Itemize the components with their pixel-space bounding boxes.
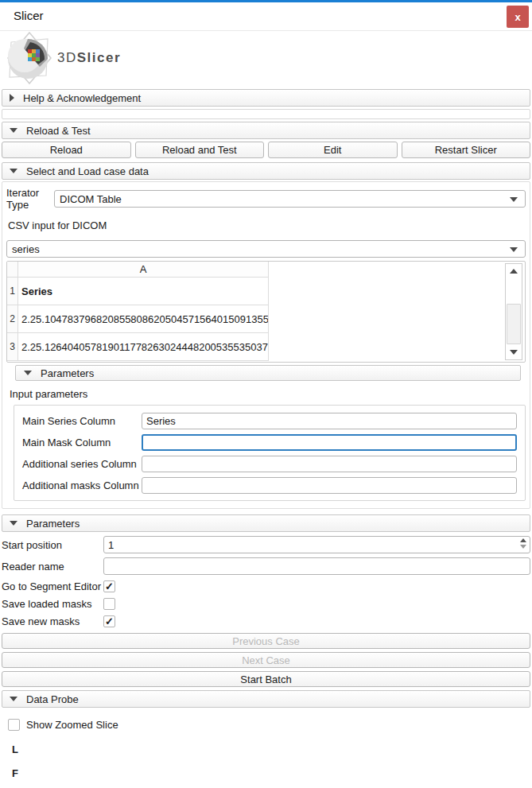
start-position-row: Start position (2, 536, 530, 553)
section-data-probe[interactable]: Data Probe (2, 690, 530, 708)
additional-masks-column-label: Additional masks Column (22, 479, 142, 491)
section-label: Parameters (26, 518, 80, 530)
scroll-up-button[interactable] (506, 264, 522, 278)
logo-3d: 3D (57, 50, 77, 65)
additional-series-column-input[interactable] (142, 456, 517, 472)
orientation-label-f: F (12, 767, 532, 785)
title-bar: Slicer x (0, 2, 532, 31)
save-new-masks-checkbox[interactable]: ✓ (103, 615, 115, 627)
input-parameters-label: Input parameters (10, 388, 526, 400)
row-number[interactable]: 1 (7, 278, 18, 305)
reload-and-test-button[interactable]: Reload and Test (135, 142, 265, 158)
main-mask-column-input[interactable] (142, 434, 517, 451)
show-zoomed-slice-label: Show Zoomed Slice (26, 719, 118, 731)
select-load-content: Iterator Type DICOM Table CSV input for … (2, 181, 530, 509)
iterator-type-value: DICOM Table (60, 193, 525, 205)
section-label: Help & Acknowledgement (23, 92, 141, 104)
help-content-collapsed (2, 109, 530, 119)
chevron-down-icon (510, 247, 518, 252)
arrow-down-icon (510, 350, 518, 355)
table-row: 1 Series (7, 278, 525, 305)
go-to-segment-editor-label: Go to Segment Editor (2, 580, 103, 592)
spinbox-down-button[interactable] (520, 545, 526, 549)
iterator-type-label: Iterator Type (6, 187, 54, 211)
checkmark-icon: ✓ (105, 616, 114, 627)
slicer-logo-text: 3DSlicer (57, 50, 121, 66)
start-position-input[interactable] (103, 536, 530, 553)
table-node-combobox[interactable]: series (6, 240, 526, 258)
restart-slicer-button[interactable]: Restart Slicer (402, 142, 531, 158)
reader-name-row: Reader name (2, 557, 530, 575)
edit-button[interactable]: Edit (268, 142, 398, 158)
iterator-type-row: Iterator Type DICOM Table (6, 187, 526, 211)
expanded-arrow-icon (10, 128, 17, 133)
row-number[interactable]: 2 (7, 305, 18, 333)
table-scrollbar[interactable] (505, 263, 522, 360)
start-batch-button[interactable]: Start Batch (2, 671, 530, 687)
table-column-header[interactable]: A (18, 262, 269, 278)
csv-input-label: CSV input for DICOM (8, 219, 526, 231)
additional-masks-column-input[interactable] (142, 477, 517, 494)
checkmark-icon: ✓ (105, 581, 114, 592)
spinbox-up-button[interactable] (520, 538, 526, 542)
start-position-label: Start position (2, 539, 103, 551)
save-new-masks-row: Save new masks ✓ (2, 615, 530, 627)
save-loaded-masks-checkbox[interactable] (103, 598, 115, 610)
table-node-value: series (12, 243, 525, 255)
show-zoomed-slice-checkbox[interactable] (8, 719, 20, 731)
table-cell[interactable]: Series (18, 278, 269, 305)
additional-masks-row: Additional masks Column (22, 477, 517, 494)
arrow-up-icon (510, 269, 518, 274)
table-header-row: A (7, 262, 525, 278)
section-parameters[interactable]: Parameters (2, 514, 530, 532)
go-to-segment-editor-row: Go to Segment Editor ✓ (2, 580, 530, 592)
slicer-logo-icon (2, 31, 57, 85)
case-navigation-buttons: Previous Case Next Case Start Batch (0, 633, 532, 687)
main-mask-column-label: Main Mask Column (22, 437, 142, 448)
main-series-column-label: Main Series Column (22, 415, 142, 427)
additional-series-column-label: Additional series Column (22, 458, 142, 470)
table-cell[interactable]: 2.25.12640405781901177826302444820053553… (18, 333, 269, 361)
table-corner-cell[interactable] (7, 262, 18, 278)
save-loaded-masks-row: Save loaded masks (2, 598, 530, 610)
section-reload-test[interactable]: Reload & Test (2, 122, 530, 139)
reload-buttons-row: Reload Reload and Test Edit Restart Slic… (2, 142, 530, 158)
save-new-masks-label: Save new masks (2, 615, 103, 627)
expanded-arrow-icon (10, 521, 17, 526)
reload-button[interactable]: Reload (2, 142, 131, 158)
reader-name-input[interactable] (103, 557, 530, 575)
section-label: Data Probe (26, 693, 79, 705)
table-row: 2 2.25.104783796820855808620504571564015… (7, 305, 525, 333)
expanded-arrow-icon (24, 371, 32, 375)
section-label: Select and Load case data (26, 165, 149, 177)
expanded-arrow-icon (10, 169, 17, 173)
save-loaded-masks-label: Save loaded masks (2, 598, 103, 610)
go-to-segment-editor-checkbox[interactable]: ✓ (103, 580, 115, 592)
start-position-spinbox (103, 536, 530, 553)
table-row: 3 2.25.126404057819011778263024448200535… (7, 333, 525, 361)
subsection-parameters[interactable]: Parameters (15, 365, 521, 381)
iterator-type-combobox[interactable]: DICOM Table (54, 190, 526, 208)
orientation-label-l: L (12, 743, 532, 761)
show-zoomed-slice-row: Show Zoomed Slice (8, 719, 532, 731)
collapsed-arrow-icon (10, 94, 14, 102)
section-help-acknowledgement[interactable]: Help & Acknowledgement (2, 89, 530, 107)
previous-case-button[interactable]: Previous Case (2, 633, 530, 649)
panel-title: Slicer (14, 9, 44, 22)
scroll-down-button[interactable] (506, 345, 522, 359)
additional-series-row: Additional series Column (22, 456, 517, 472)
scrollbar-thumb[interactable] (507, 304, 521, 344)
logo-slicer: Slicer (77, 50, 121, 65)
next-case-button[interactable]: Next Case (2, 652, 530, 668)
dicom-table: A 1 Series 2 2.25.1047837968208558086205… (6, 261, 526, 363)
input-parameters-groupbox: Main Series Column Main Mask Column Addi… (14, 405, 526, 501)
slicer-logo: 3DSlicer (0, 31, 532, 85)
main-mask-row: Main Mask Column (22, 434, 517, 451)
expanded-arrow-icon (10, 697, 17, 701)
close-button[interactable]: x (507, 6, 529, 28)
section-select-load-case-data[interactable]: Select and Load case data (2, 162, 530, 180)
table-cell[interactable]: 2.25.10478379682085580862050457156401509… (18, 305, 269, 333)
main-series-column-input[interactable] (142, 413, 517, 429)
close-icon: x (515, 11, 520, 23)
row-number[interactable]: 3 (7, 333, 18, 361)
